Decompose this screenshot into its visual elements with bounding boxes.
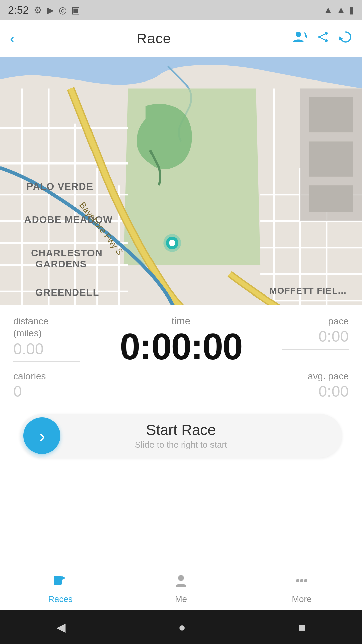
svg-point-51	[178, 575, 184, 581]
svg-marker-49	[62, 576, 66, 580]
avg-pace-stat: avg. pace 0:00	[268, 370, 349, 400]
svg-text:MOFFETT FIEL...: MOFFETT FIEL...	[269, 286, 346, 296]
time-label: time	[94, 315, 268, 327]
status-time: 2:52	[8, 4, 29, 16]
start-race-button[interactable]: ›	[23, 417, 60, 454]
share-icon[interactable]	[317, 31, 329, 46]
recent-system-button[interactable]: ■	[298, 620, 306, 634]
more-dots-icon	[294, 573, 309, 591]
status-bar: 2:52 ⚙ ▶ ◎ ▣ ▲ ▲ ▮	[0, 0, 362, 20]
start-race-container: › Start Race Slide to the right to start	[0, 404, 362, 464]
distance-stat: distance(miles) 0.00	[13, 315, 94, 362]
svg-point-2	[325, 39, 328, 42]
pace-value: 0:00	[268, 327, 349, 345]
svg-rect-29	[309, 97, 353, 132]
svg-text:GREENDELL: GREENDELL	[35, 287, 99, 298]
pace-stat: pace 0:00	[268, 315, 349, 350]
calories-label: calories	[13, 370, 94, 382]
header-actions	[293, 31, 352, 46]
avg-pace-value: 0:00	[268, 382, 349, 400]
distance-divider	[13, 361, 80, 362]
wifi-icon: ▲	[324, 5, 333, 15]
tab-me[interactable]: Me	[147, 573, 215, 604]
svg-rect-30	[309, 141, 353, 176]
svg-point-54	[304, 579, 307, 582]
stats-area: distance(miles) 0.00 time 0:00:00 pace 0…	[0, 305, 362, 404]
more-label: More	[292, 594, 311, 604]
svg-rect-48	[55, 576, 62, 585]
storage-icon: ▣	[71, 5, 80, 16]
gear-icon: ⚙	[34, 5, 42, 16]
time-value: 0:00:00	[94, 328, 268, 365]
pace-label: pace	[268, 315, 349, 327]
svg-text:PALO VERDE: PALO VERDE	[26, 181, 93, 192]
svg-point-46	[169, 240, 175, 246]
app-header: ‹ Race	[0, 20, 362, 57]
svg-text:GARDENS: GARDENS	[35, 259, 87, 269]
distance-label: distance(miles)	[13, 315, 94, 340]
radio-icon: ◎	[59, 5, 67, 16]
start-race-slider[interactable]: › Start Race Slide to the right to start	[20, 414, 342, 458]
races-icon	[53, 573, 68, 591]
refresh-icon[interactable]	[339, 31, 352, 46]
avg-pace-label: avg. pace	[268, 370, 349, 382]
distance-value: 0.00	[13, 340, 94, 358]
time-stat: time 0:00:00	[94, 315, 268, 365]
svg-point-0	[296, 32, 301, 37]
people-icon[interactable]	[293, 31, 307, 46]
start-race-sub-label: Slide to the right to start	[60, 440, 302, 450]
system-nav: ◀ ● ■	[0, 610, 362, 644]
bottom-nav: Races Me More	[0, 567, 362, 610]
home-system-button[interactable]: ●	[178, 620, 186, 634]
page-title: Race	[137, 31, 171, 47]
status-right: ▲ ▲ ▮	[324, 5, 354, 16]
svg-point-3	[318, 36, 321, 38]
start-race-text-container: Start Race Slide to the right to start	[60, 422, 339, 450]
svg-point-1	[325, 32, 328, 35]
races-label: Races	[48, 594, 73, 604]
svg-text:CHARLESTON: CHARLESTON	[31, 248, 103, 258]
calories-stat: calories 0	[13, 370, 94, 400]
svg-rect-31	[309, 185, 353, 212]
tab-more[interactable]: More	[268, 573, 335, 604]
start-arrow-icon: ›	[39, 425, 45, 447]
person-icon	[174, 573, 188, 591]
signal-icon: ▲	[336, 5, 346, 15]
pace-divider	[282, 349, 349, 350]
stats-top-row: distance(miles) 0.00 time 0:00:00 pace 0…	[13, 315, 349, 365]
status-left: 2:52 ⚙ ▶ ◎ ▣	[8, 4, 80, 16]
calories-value: 0	[13, 382, 94, 400]
svg-point-53	[300, 579, 303, 582]
tab-races[interactable]: Races	[27, 573, 94, 604]
back-button[interactable]: ‹	[10, 31, 15, 47]
battery-icon: ▮	[349, 5, 354, 16]
back-system-button[interactable]: ◀	[56, 620, 66, 634]
me-label: Me	[175, 594, 187, 604]
stats-bottom-row: calories 0 avg. pace 0:00	[13, 370, 349, 400]
map-area[interactable]: PALO VERDE ADOBE MEADOW CHARLESTON GARDE…	[0, 57, 362, 305]
play-protect-icon: ▶	[47, 5, 54, 16]
start-race-main-label: Start Race	[60, 422, 302, 438]
svg-point-52	[296, 579, 299, 582]
